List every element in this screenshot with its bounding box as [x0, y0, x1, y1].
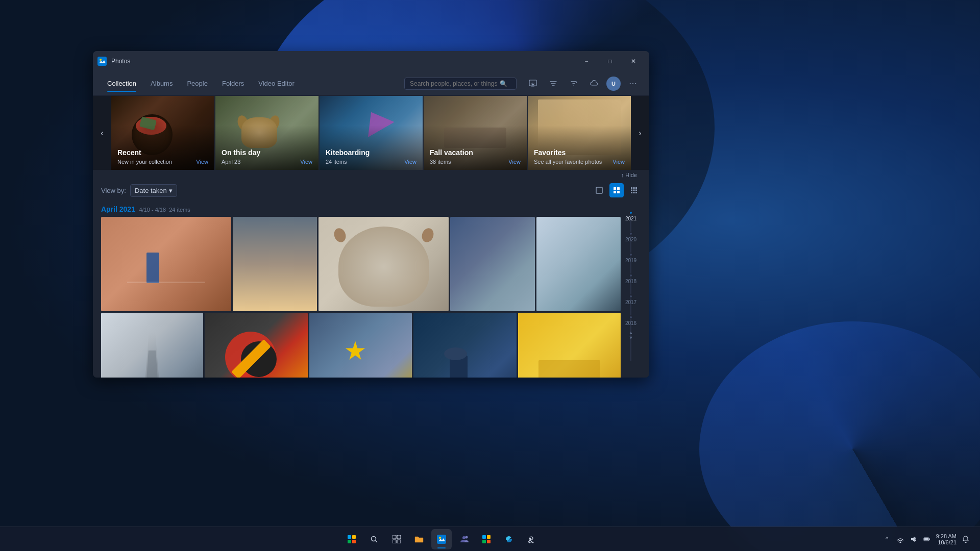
taskbar-date-text: 10/6/21 — [936, 539, 957, 545]
close-button[interactable]: ✕ — [622, 53, 645, 69]
view-by-left: View by: Date taken ▾ — [101, 184, 177, 197]
notification-icon[interactable] — [960, 531, 972, 547]
taskbar-center — [0, 529, 883, 549]
taskbar-clock[interactable]: 9:28 AM 10/6/21 — [936, 533, 957, 545]
timeline-label-2019[interactable]: 2019 — [625, 258, 636, 263]
nav-item-video-editor[interactable]: Video Editor — [252, 76, 301, 91]
svg-rect-11 — [631, 190, 632, 191]
photo-coast[interactable] — [536, 217, 621, 311]
highlight-card-fall-vacation[interactable]: Fall vacation 38 items View — [424, 96, 527, 170]
timeline-item-2021[interactable]: 2021 — [625, 209, 636, 223]
svg-rect-23 — [397, 535, 401, 539]
photo-bird[interactable] — [413, 313, 517, 378]
timeline-label-2017[interactable]: 2017 — [625, 299, 636, 305]
svg-rect-6 — [614, 191, 616, 193]
timeline-dot-2017[interactable] — [629, 294, 633, 298]
highlight-title-kiteboarding: Kiteboarding — [326, 148, 416, 157]
photo-paris-city[interactable] — [233, 217, 317, 311]
more-options-icon[interactable]: ⋯ — [625, 76, 641, 92]
view-mode-single[interactable] — [592, 183, 606, 197]
volume-icon[interactable] — [908, 531, 920, 547]
timeline-label-2021[interactable]: 2021 — [625, 216, 636, 221]
taskbar-task-view-button[interactable] — [386, 529, 407, 549]
svg-rect-4 — [614, 187, 616, 190]
filter-icon[interactable] — [545, 76, 561, 92]
title-bar: Photos − □ ✕ — [93, 51, 649, 71]
highlight-view-favorites[interactable]: View — [612, 159, 625, 165]
highlight-view-recent[interactable]: View — [196, 159, 208, 165]
highlight-card-recent[interactable]: Recent New in your collection View — [111, 96, 214, 170]
nav-icon-group: U ⋯ — [525, 76, 641, 92]
taskbar-search-button[interactable] — [364, 529, 384, 549]
taskbar-snip-button[interactable] — [521, 529, 542, 549]
highlight-view-on-this-day[interactable]: View — [300, 159, 312, 165]
search-input[interactable] — [410, 80, 497, 87]
timeline-dot-2016[interactable] — [629, 315, 633, 319]
cloud-icon[interactable] — [586, 76, 602, 92]
svg-rect-14 — [631, 192, 632, 193]
timeline-dot-2019[interactable] — [629, 253, 633, 257]
nav-item-albums[interactable]: Albums — [144, 76, 179, 91]
minimize-button[interactable]: − — [575, 53, 598, 69]
taskbar-store-button[interactable] — [476, 529, 497, 549]
highlight-card-favorites[interactable]: Favorites See all your favorite photos V… — [528, 96, 631, 170]
highlight-sub-recent: New in your collection — [117, 159, 172, 165]
user-avatar[interactable]: U — [606, 77, 621, 91]
hide-bar: ↑ Hide — [93, 170, 649, 180]
timeline-dot-2018[interactable] — [629, 273, 633, 278]
window-controls: − □ ✕ — [575, 53, 645, 69]
view-by-select[interactable]: Date taken ▾ — [130, 184, 177, 197]
photo-yellow-house[interactable] — [518, 313, 621, 378]
maximize-button[interactable]: □ — [598, 53, 622, 69]
highlight-card-on-this-day[interactable]: On this day April 23 View — [215, 96, 318, 170]
photo-desert[interactable] — [101, 217, 231, 311]
view-mode-small-grid[interactable] — [627, 183, 641, 197]
svg-rect-17 — [348, 535, 351, 539]
photo-shore[interactable] — [450, 217, 534, 311]
nav-item-collection[interactable]: Collection — [101, 76, 142, 91]
timeline-dot-2021[interactable] — [629, 211, 633, 215]
timeline-item-2016[interactable]: 2016 — [625, 313, 636, 328]
svg-point-36 — [532, 541, 533, 543]
svg-rect-19 — [348, 540, 351, 543]
highlights-next-button[interactable]: › — [631, 96, 649, 170]
timeline-label-2016[interactable]: 2016 — [625, 320, 636, 326]
battery-icon[interactable] — [921, 531, 933, 547]
tray-expand-button[interactable]: ^ — [883, 531, 891, 547]
taskbar-edge-button[interactable] — [499, 529, 519, 549]
photo-star-kite[interactable] — [309, 313, 412, 378]
highlights-prev-button[interactable]: ‹ — [93, 96, 111, 170]
photo-eiffel[interactable] — [101, 313, 203, 378]
timeline-label-2020[interactable]: 2020 — [625, 237, 636, 242]
highlight-card-kiteboarding[interactable]: Kiteboarding 24 items View — [320, 96, 423, 170]
highlight-title-recent: Recent — [117, 148, 208, 157]
hide-button[interactable]: ↑ Hide — [617, 171, 641, 179]
nav-item-people[interactable]: People — [181, 76, 213, 91]
highlight-view-fall-vacation[interactable]: View — [508, 159, 521, 165]
nav-item-folders[interactable]: Folders — [216, 76, 250, 91]
timeline-item-2019[interactable]: 2019 — [625, 251, 636, 265]
import-icon[interactable] — [525, 76, 541, 92]
taskbar-explorer-button[interactable] — [409, 529, 429, 549]
photo-dog2[interactable] — [318, 217, 449, 311]
timeline-item-2018[interactable]: 2018 — [625, 271, 636, 286]
taskbar-time-text: 9:28 AM — [936, 533, 957, 539]
nav-bar: Collection Albums People Folders Video E… — [93, 71, 649, 96]
search-box[interactable]: 🔍 — [404, 78, 517, 90]
sort-icon[interactable] — [566, 76, 582, 92]
timeline-item-2017[interactable]: 2017 — [625, 292, 636, 307]
photo-tools[interactable] — [205, 313, 308, 378]
title-bar-left: Photos — [97, 56, 130, 66]
view-mode-buttons — [592, 183, 641, 197]
taskbar-teams-button[interactable] — [454, 529, 474, 549]
timeline-dot-2020[interactable] — [629, 232, 633, 236]
taskbar-start-button[interactable] — [341, 529, 362, 549]
highlight-view-kiteboarding[interactable]: View — [404, 159, 416, 165]
svg-rect-16 — [635, 192, 637, 193]
taskbar-photos-button[interactable] — [431, 529, 452, 549]
view-mode-medium-grid[interactable] — [609, 183, 624, 197]
network-icon[interactable] — [894, 531, 906, 547]
timeline-label-2018[interactable]: 2018 — [625, 279, 636, 284]
svg-rect-39 — [924, 538, 928, 540]
timeline-item-2020[interactable]: 2020 — [625, 230, 636, 244]
